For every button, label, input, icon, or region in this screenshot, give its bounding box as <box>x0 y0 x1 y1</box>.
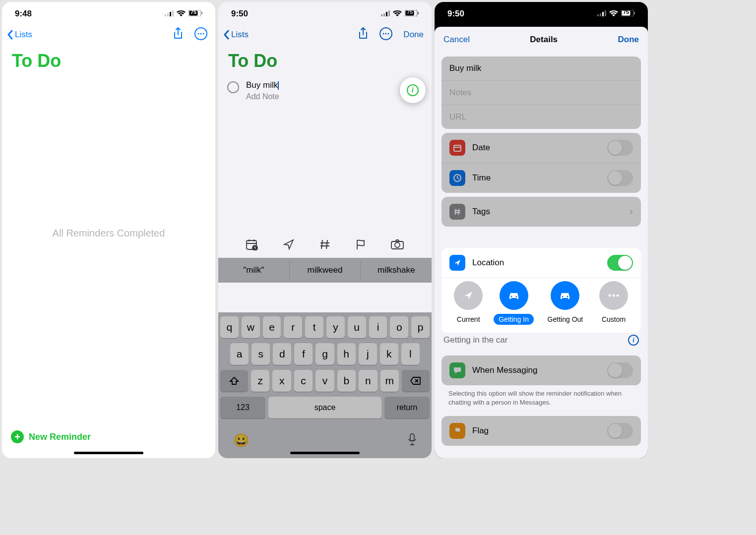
keyboard-accessory-bar <box>218 233 432 258</box>
key-n[interactable]: n <box>359 370 377 392</box>
svg-rect-11 <box>381 14 382 16</box>
svg-rect-1 <box>167 13 169 16</box>
hashtag-icon[interactable] <box>319 238 331 252</box>
location-card: Location Current Getting In Getting Out <box>441 248 641 333</box>
info-icon[interactable]: i <box>628 335 639 346</box>
tags-row[interactable]: Tags › <box>441 197 641 227</box>
key-return[interactable]: return <box>384 397 430 418</box>
key-g[interactable]: g <box>315 343 334 365</box>
key-u[interactable]: u <box>348 316 366 338</box>
radio-unchecked-icon[interactable] <box>227 81 239 93</box>
cancel-button[interactable]: Cancel <box>443 35 470 45</box>
messaging-label: When Messaging <box>472 365 537 375</box>
key-k[interactable]: k <box>380 343 398 365</box>
key-z[interactable]: z <box>251 370 269 392</box>
flag-toggle[interactable] <box>607 423 633 439</box>
key-r[interactable]: r <box>284 316 302 338</box>
location-arrow-icon[interactable] <box>283 238 295 252</box>
key-q[interactable]: q <box>220 316 239 338</box>
suggestion-3[interactable]: milkshake <box>361 261 432 279</box>
key-e[interactable]: e <box>263 316 281 338</box>
location-row[interactable]: Location <box>441 248 641 278</box>
key-h[interactable]: h <box>337 343 356 365</box>
info-button-highlight[interactable]: i <box>400 77 426 103</box>
svg-point-37 <box>515 296 517 297</box>
reminder-note-placeholder[interactable]: Add Note <box>246 92 279 101</box>
key-y[interactable]: y <box>326 316 345 338</box>
svg-rect-30 <box>605 10 606 16</box>
svg-point-8 <box>198 33 199 35</box>
key-shift[interactable] <box>220 370 248 392</box>
flag-row[interactable]: Flag <box>441 416 641 446</box>
key-c[interactable]: c <box>294 370 313 392</box>
key-j[interactable]: j <box>359 343 377 365</box>
calendar-icon[interactable] <box>246 238 258 252</box>
flag-label: Flag <box>472 426 489 436</box>
key-a[interactable]: a <box>230 343 249 365</box>
status-time: 9:50 <box>447 9 464 19</box>
time-toggle[interactable] <box>607 170 633 186</box>
home-indicator[interactable] <box>290 452 360 454</box>
key-i[interactable]: i <box>369 316 387 338</box>
key-space[interactable]: space <box>268 397 381 418</box>
mic-icon[interactable] <box>408 433 417 449</box>
key-v[interactable]: v <box>315 370 334 392</box>
suggestion-1[interactable]: "milk" <box>218 261 290 279</box>
key-backspace[interactable] <box>402 370 430 392</box>
share-icon[interactable] <box>173 27 184 42</box>
wifi-icon <box>609 9 618 19</box>
more-icon[interactable] <box>194 27 207 42</box>
key-t[interactable]: t <box>305 316 323 338</box>
key-x[interactable]: x <box>272 370 291 392</box>
notes-field[interactable]: Notes <box>441 81 641 105</box>
date-toggle[interactable] <box>607 140 633 156</box>
key-p[interactable]: p <box>411 316 430 338</box>
key-f[interactable]: f <box>294 343 313 365</box>
location-option-custom[interactable]: Custom <box>597 281 630 325</box>
done-button[interactable]: Done <box>618 35 639 45</box>
reminder-title-field[interactable]: Buy milk <box>441 57 641 81</box>
wifi-icon <box>393 9 402 19</box>
status-bar: 9:50 75 <box>218 2 432 23</box>
calendar-icon <box>449 140 465 156</box>
done-button[interactable]: Done <box>403 30 424 40</box>
flag-icon[interactable] <box>355 238 366 252</box>
back-button[interactable]: Lists <box>223 30 249 40</box>
location-option-current[interactable]: Current <box>452 281 485 325</box>
back-button[interactable]: Lists <box>7 30 32 40</box>
camera-icon[interactable] <box>390 239 404 252</box>
key-l[interactable]: l <box>401 343 420 365</box>
key-o[interactable]: o <box>390 316 408 338</box>
more-icon[interactable] <box>379 27 392 42</box>
messaging-card: When Messaging <box>441 356 641 385</box>
suggestion-2[interactable]: milkweed <box>290 261 361 279</box>
hashtag-icon <box>449 204 465 220</box>
share-icon[interactable] <box>358 27 369 42</box>
url-field[interactable]: URL <box>441 105 641 129</box>
location-card-highlight: Location Current Getting In Getting Out <box>435 248 648 333</box>
location-label: Location <box>472 258 504 268</box>
key-b[interactable]: b <box>337 370 356 392</box>
new-reminder-button[interactable]: + New Reminder <box>11 430 91 443</box>
battery-icon: 75 <box>405 9 419 19</box>
status-bar: 9:50 75 <box>435 2 648 23</box>
time-row[interactable]: Time <box>441 163 641 193</box>
location-option-getting-in[interactable]: Getting In <box>494 281 534 325</box>
reminder-title-input[interactable]: Buy milk <box>246 80 279 90</box>
location-option-getting-out[interactable]: Getting Out <box>543 281 588 325</box>
location-toggle[interactable] <box>607 255 633 271</box>
messaging-toggle[interactable] <box>607 362 633 378</box>
messaging-row[interactable]: When Messaging <box>441 356 641 385</box>
key-d[interactable]: d <box>273 343 291 365</box>
svg-point-20 <box>385 33 387 35</box>
date-row[interactable]: Date <box>441 133 641 163</box>
key-w[interactable]: w <box>242 316 260 338</box>
key-s[interactable]: s <box>252 343 270 365</box>
home-indicator[interactable] <box>74 452 143 454</box>
emoji-icon[interactable]: 😀 <box>233 433 249 449</box>
key-m[interactable]: m <box>380 370 399 392</box>
chevron-right-icon: › <box>630 205 633 218</box>
key-123[interactable]: 123 <box>220 397 265 418</box>
date-time-card: Date Time <box>441 133 641 193</box>
back-label: Lists <box>15 30 32 40</box>
